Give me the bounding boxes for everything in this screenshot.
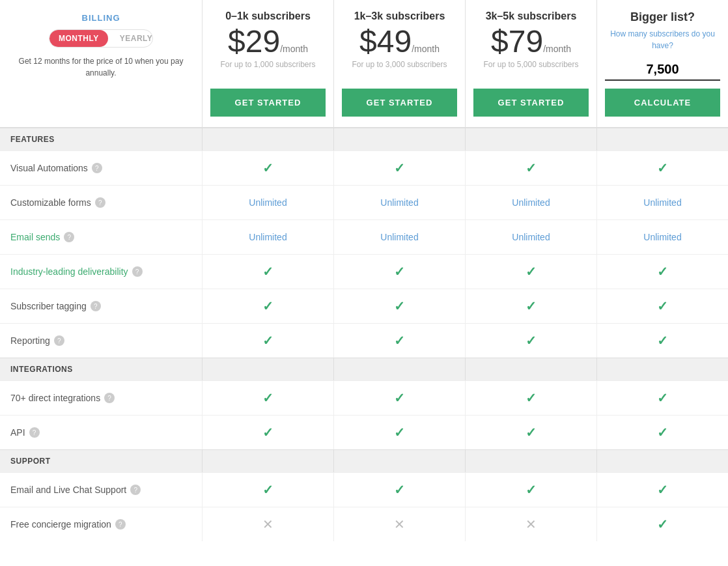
section-label-support: SUPPORT — [0, 450, 202, 472]
table-row: Industry-leading deliverability ? ✓✓✓✓ — [0, 254, 728, 289]
pricing-wrapper: BILLING MONTHLY YEARLY Get 12 months for… — [0, 0, 728, 541]
info-icon[interactable]: ? — [132, 266, 143, 277]
feature-name-text: Email and Live Chat Support — [10, 485, 126, 495]
bigger-subtitle: How many subscribers do you have? — [605, 28, 720, 51]
section-header-features: FEATURES — [0, 128, 728, 150]
info-icon[interactable]: ? — [54, 335, 64, 346]
billing-toggle: MONTHLY YEARLY — [49, 29, 153, 48]
check-icon: ✓ — [657, 482, 668, 498]
section-header-support: SUPPORT — [0, 449, 728, 472]
feature-name-text: Email sends — [10, 232, 60, 242]
unlimited-label: Unlimited — [380, 232, 418, 242]
plan-5k-column: 3k–5k subscribers $79/month For up to 5,… — [465, 0, 596, 127]
feature-cell: ✕ — [333, 507, 465, 541]
calculate-button[interactable]: CALCULATE — [605, 89, 720, 117]
info-icon[interactable]: ? — [64, 232, 74, 242]
feature-name-text: Subscriber tagging — [10, 301, 87, 311]
bigger-list-column: Bigger list? How many subscribers do you… — [596, 0, 728, 127]
feature-cell: ✓ — [202, 151, 333, 185]
feature-cell: ✓ — [465, 151, 596, 185]
table-row: Reporting ? ✓✓✓✓ — [0, 323, 728, 358]
feature-cell: ✓ — [333, 255, 465, 289]
annual-note: Get 12 months for the price of 10 when y… — [10, 55, 191, 79]
feature-name: Free concierge migration ? — [0, 513, 202, 536]
info-icon[interactable]: ? — [91, 301, 101, 311]
subscriber-count-input[interactable] — [605, 59, 720, 81]
plan-3k-period: /month — [412, 44, 440, 54]
feature-cell: ✓ — [202, 473, 333, 507]
feature-name: Email sends ? — [0, 225, 202, 249]
check-icon: ✓ — [657, 264, 668, 279]
table-row: Subscriber tagging ? ✓✓✓✓ — [0, 289, 728, 323]
feature-name: Reporting ? — [0, 329, 202, 352]
feature-name-text: Free concierge migration — [10, 519, 111, 530]
feature-cell: Unlimited — [596, 220, 728, 254]
plan-5k-price-display: $79/month — [491, 26, 571, 57]
table-row: 70+ direct integrations ? ✓✓✓✓ — [0, 380, 728, 415]
feature-cell: ✓ — [596, 473, 728, 507]
section-col3-features — [465, 128, 596, 150]
feature-cell: ✓ — [596, 416, 728, 449]
bigger-title: Bigger list? — [630, 10, 695, 24]
feature-cell: ✓ — [202, 289, 333, 323]
check-icon: ✓ — [525, 264, 537, 279]
plan-3k-cta[interactable]: GET STARTED — [342, 89, 457, 117]
plan-5k-sublabel: For up to 5,000 subscribers — [483, 60, 578, 69]
feature-cell: ✓ — [596, 324, 728, 358]
cross-icon: ✕ — [394, 516, 405, 532]
feature-name: Email and Live Chat Support ? — [0, 478, 202, 502]
check-icon: ✓ — [657, 298, 668, 314]
feature-cell: ✓ — [202, 381, 333, 415]
billing-label: BILLING — [82, 13, 120, 23]
check-icon: ✓ — [262, 333, 273, 348]
check-icon: ✓ — [394, 425, 405, 440]
info-icon[interactable]: ? — [92, 163, 102, 173]
info-icon[interactable]: ? — [95, 197, 105, 208]
feature-cell: ✓ — [333, 324, 465, 358]
cross-icon: ✕ — [262, 516, 273, 532]
check-icon: ✓ — [525, 160, 537, 176]
check-icon: ✓ — [657, 160, 668, 176]
check-icon: ✓ — [657, 425, 668, 440]
yearly-toggle[interactable]: YEARLY — [111, 30, 153, 47]
unlimited-label: Unlimited — [249, 197, 287, 208]
section-col1-integrations — [202, 358, 333, 380]
feature-cell: ✓ — [465, 255, 596, 289]
table-row: Email and Live Chat Support ? ✓✓✓✓ — [0, 472, 728, 507]
plan-5k-period: /month — [543, 44, 571, 54]
section-col3-integrations — [465, 358, 596, 380]
section-col2-features — [333, 128, 465, 150]
feature-cell: ✓ — [465, 289, 596, 323]
check-icon: ✓ — [394, 160, 405, 176]
feature-cell: ✓ — [202, 255, 333, 289]
section-col4-support — [596, 450, 728, 472]
unlimited-label: Unlimited — [512, 232, 550, 242]
plan-5k-price: $79/month — [491, 26, 571, 57]
feature-cell: ✓ — [465, 381, 596, 415]
info-icon[interactable]: ? — [115, 519, 126, 530]
feature-name: 70+ direct integrations ? — [0, 386, 202, 410]
plan-5k-cta[interactable]: GET STARTED — [473, 89, 589, 117]
unlimited-label: Unlimited — [380, 197, 418, 208]
feature-cell: ✓ — [596, 507, 728, 541]
plan-1k-subscribers: 0–1k subscribers — [225, 10, 311, 22]
info-icon[interactable]: ? — [130, 485, 141, 495]
table-row: Email sends ? UnlimitedUnlimitedUnlimite… — [0, 219, 728, 254]
check-icon: ✓ — [262, 264, 273, 279]
feature-cell: ✓ — [333, 289, 465, 323]
table-row: Free concierge migration ? ✕✕✕✓ — [0, 507, 728, 541]
info-icon[interactable]: ? — [104, 393, 115, 403]
table-row: API ? ✓✓✓✓ — [0, 415, 728, 449]
table-row: Customizable forms ? UnlimitedUnlimitedU… — [0, 185, 728, 219]
unlimited-label: Unlimited — [249, 232, 287, 242]
section-col1-support — [202, 450, 333, 472]
info-icon[interactable]: ? — [29, 427, 40, 438]
feature-cell: Unlimited — [333, 220, 465, 254]
feature-name-text: Industry-leading deliverability — [10, 266, 128, 277]
monthly-toggle[interactable]: MONTHLY — [49, 30, 108, 47]
table-row: Visual Automations ? ✓✓✓✓ — [0, 150, 728, 185]
feature-cell: ✓ — [333, 416, 465, 449]
plan-1k-cta[interactable]: GET STARTED — [210, 89, 326, 117]
header-row: BILLING MONTHLY YEARLY Get 12 months for… — [0, 0, 728, 128]
feature-cell: ✓ — [333, 473, 465, 507]
